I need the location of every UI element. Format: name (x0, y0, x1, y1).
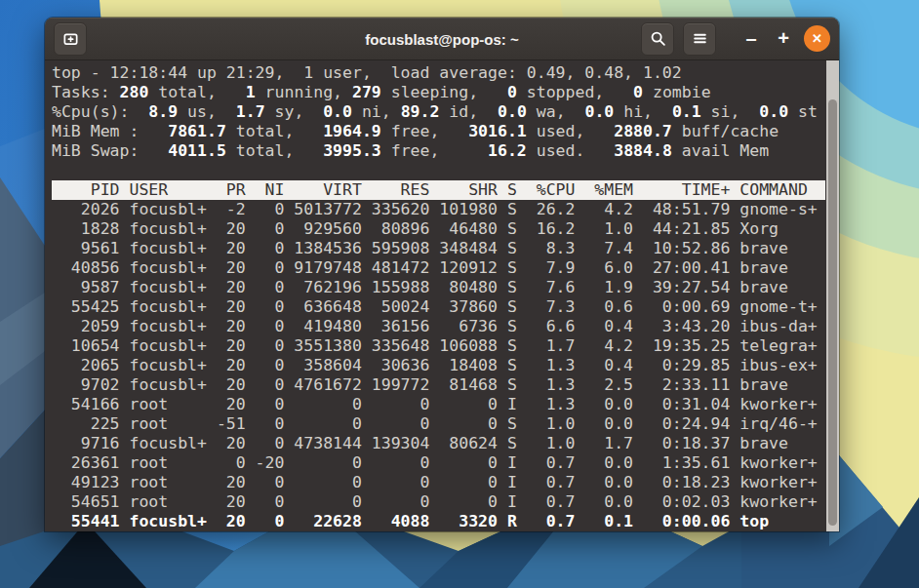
process-row: 49123 root 20 0 0 0 0 I 0.7 0.0 0:18.23 … (52, 473, 825, 492)
process-row: 225 root -51 0 0 0 0 S 1.0 0.0 0:24.94 i… (52, 414, 825, 434)
titlebar-right-controls: – + ✕ (641, 22, 830, 56)
maximize-button[interactable]: + (772, 22, 795, 56)
maximize-icon: + (778, 27, 789, 50)
process-row: 1828 focusbl+ 20 0 929560 80896 46480 S … (52, 219, 825, 239)
top-summary-line: Tasks: 280 total, 1 running, 279 sleepin… (52, 83, 825, 102)
process-row: 55425 focusbl+ 20 0 636648 50024 37860 S… (52, 297, 825, 317)
process-row: 54651 root 20 0 0 0 0 I 0.7 0.0 0:02.03 … (52, 492, 825, 512)
top-summary-line: top - 12:18:44 up 21:29, 1 user, load av… (52, 63, 825, 83)
close-icon: ✕ (812, 31, 822, 46)
top-summary-line: MiB Swap: 4011.5 total, 3995.3 free, 16.… (52, 141, 825, 161)
close-button[interactable]: ✕ (804, 25, 830, 52)
process-row: 2059 focusbl+ 20 0 419480 36156 6736 S 6… (52, 317, 825, 336)
titlebar[interactable]: focusblast@pop-os: ~ – (45, 18, 839, 60)
top-summary-line: MiB Mem : 7861.7 total, 1964.9 free, 301… (52, 122, 825, 141)
scrollbar-thumb[interactable] (828, 99, 837, 526)
blank-line (52, 161, 825, 180)
process-row: 26361 root 0 -20 0 0 0 I 0.7 0.0 1:35.61… (52, 453, 825, 473)
process-row: 9702 focusbl+ 20 0 4761672 199772 81468 … (52, 375, 825, 395)
process-row: 40856 focusbl+ 20 0 9179748 481472 12091… (52, 258, 825, 278)
process-row: 55441 focusbl+ 20 0 22628 4088 3320 R 0.… (52, 512, 825, 531)
terminal-screen[interactable]: top - 12:18:44 up 21:29, 1 user, load av… (52, 63, 825, 531)
scrollbar-track[interactable] (826, 60, 839, 531)
table-header-row: PID USER PR NI VIRT RES SHR S %CPU %MEM … (52, 180, 825, 200)
desktop: focusblast@pop-os: ~ – (0, 0, 919, 588)
process-row: 2065 focusbl+ 20 0 358604 30636 18408 S … (52, 356, 825, 375)
terminal-window: focusblast@pop-os: ~ – (45, 18, 839, 531)
process-row: 9561 focusbl+ 20 0 1384536 595908 348484… (52, 239, 825, 258)
process-row: 10654 focusbl+ 20 0 3551380 335648 10608… (52, 336, 825, 356)
minimize-button[interactable]: – (739, 22, 763, 56)
new-tab-button[interactable] (54, 22, 87, 56)
process-row: 54166 root 20 0 0 0 0 I 1.3 0.0 0:31.04 … (52, 395, 825, 414)
hamburger-menu-icon (692, 30, 708, 47)
tab-new-icon (62, 30, 79, 47)
menu-button[interactable] (683, 22, 716, 56)
search-icon (650, 30, 666, 47)
search-button[interactable] (641, 22, 674, 56)
terminal-body: top - 12:18:44 up 21:29, 1 user, load av… (45, 60, 839, 531)
process-row: 2026 focusbl+ -2 0 5013772 335620 101980… (52, 200, 825, 219)
minimize-icon: – (745, 27, 756, 50)
process-row: 9716 focusbl+ 20 0 4738144 139304 80624 … (52, 434, 825, 453)
window-title: focusblast@pop-os: ~ (365, 30, 519, 47)
process-row: 9587 focusbl+ 20 0 762196 155988 80480 S… (52, 278, 825, 297)
top-summary-line: %Cpu(s): 8.9 us, 1.7 sy, 0.0 ni, 89.2 id… (52, 102, 825, 122)
